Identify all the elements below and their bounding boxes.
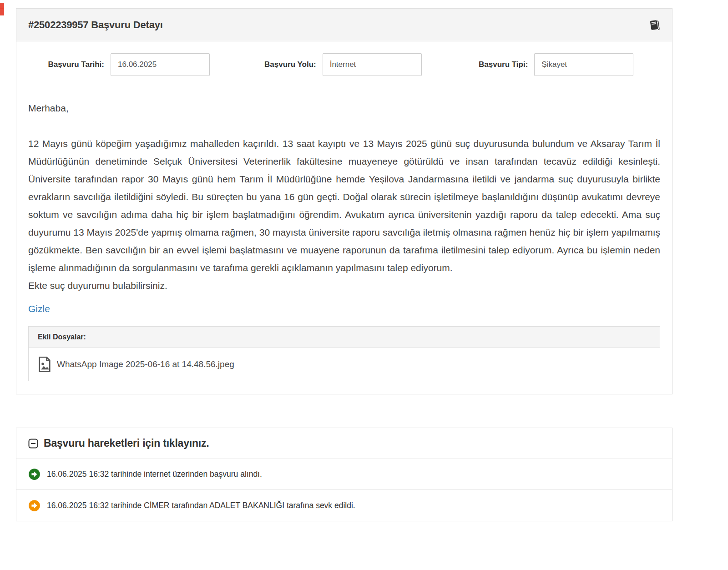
red-edge-element [0,3,4,15]
attachment-file-row[interactable]: WhatsApp Image 2025-06-16 at 14.48.56.jp… [29,348,660,381]
attachments-header: Ekli Dosyalar: [29,327,660,348]
movement-text: 16.06.2025 16:32 tarihinde internet üzer… [47,469,262,479]
arrow-circle-right-icon [28,499,40,512]
file-image-icon [38,356,51,373]
application-detail-card: #2502239957 Başvuru Detayı Başvuru Tarih… [16,8,672,394]
basvuru-yolu-label: Başvuru Yolu: [238,60,323,69]
detail-card-header: #2502239957 Başvuru Detayı [16,9,672,41]
application-movements-card: Başvuru hareketleri için tıklayınız. 16.… [16,428,672,521]
message-closing: Ekte suç duyurumu bulabilirsiniz. [28,277,660,294]
field-basvuru-tarihi: Başvuru Tarihi: [26,53,238,76]
hide-link[interactable]: Gizle [28,303,50,314]
movement-text: 16.06.2025 16:32 tarihinde CİMER tarafın… [47,501,355,510]
field-basvuru-tipi: Başvuru Tipi: [450,53,662,76]
message-greeting: Merhaba, [28,99,660,117]
book-icon[interactable] [648,19,660,31]
collapse-minus-icon [28,439,38,449]
page-title: #2502239957 Başvuru Detayı [28,19,163,31]
movements-toggle[interactable]: Başvuru hareketleri için tıklayınız. [16,428,672,459]
basvuru-tarihi-label: Başvuru Tarihi: [26,60,111,69]
message-text: 12 Mayıs günü köpeğim yaşadığımız mahall… [28,135,660,277]
basvuru-tipi-input[interactable] [534,53,633,76]
application-message-body: Merhaba, 12 Mayıs günü köpeğim yaşadığım… [16,88,672,394]
attachment-file-name: WhatsApp Image 2025-06-16 at 14.48.56.jp… [57,359,234,369]
movement-row-forwarded: 16.06.2025 16:32 tarihinde CİMER tarafın… [16,490,672,521]
fields-row: Başvuru Tarihi: Başvuru Yolu: Başvuru Ti… [16,41,672,88]
movements-title: Başvuru hareketleri için tıklayınız. [44,437,209,449]
arrow-circle-right-icon [28,468,40,480]
attachments-box: Ekli Dosyalar: WhatsApp Image 2025-06-16… [28,326,660,381]
basvuru-tipi-label: Başvuru Tipi: [450,60,534,69]
basvuru-tarihi-input[interactable] [111,53,210,76]
movement-row-received: 16.06.2025 16:32 tarihinde internet üzer… [16,459,672,490]
basvuru-yolu-input[interactable] [323,53,422,76]
field-basvuru-yolu: Başvuru Yolu: [238,53,450,76]
